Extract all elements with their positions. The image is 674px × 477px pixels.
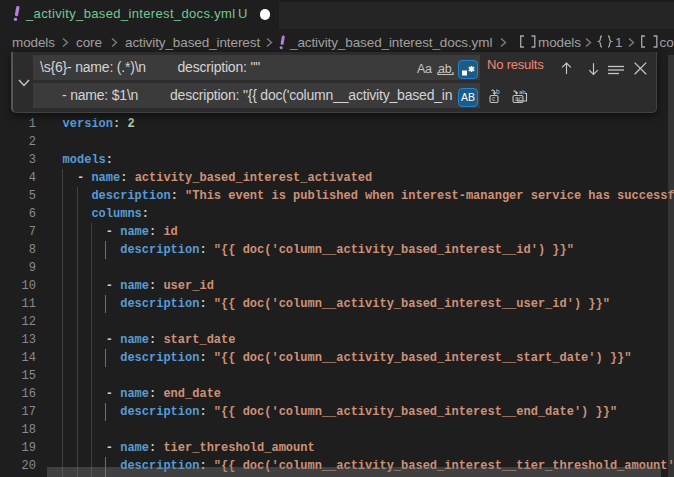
svg-text:b: b — [496, 89, 500, 95]
svg-text:ac: ac — [515, 95, 523, 102]
svg-text:c: c — [492, 95, 496, 102]
